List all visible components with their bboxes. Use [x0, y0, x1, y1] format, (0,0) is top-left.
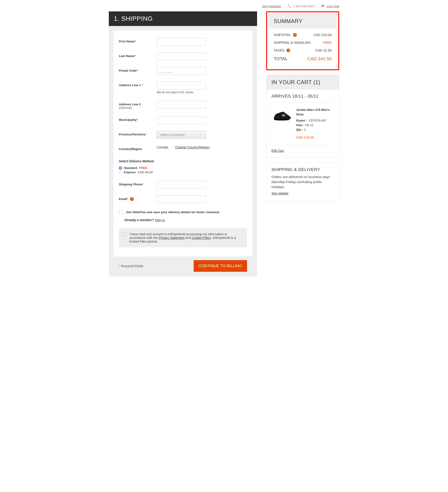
shipping-label: SHIPPING & HANDLING [274, 41, 311, 44]
svg-point-0 [274, 119, 290, 120]
product-size: US 12 [305, 123, 314, 127]
phone-number: 1-844-430-6453 [287, 4, 314, 8]
province-label: Province/Territory [119, 133, 145, 136]
product-price: CAD 210.00 [296, 135, 334, 140]
product-qty: 1 [304, 128, 306, 131]
municipality-input[interactable] [157, 116, 206, 124]
help-icon[interactable]: ? [130, 197, 134, 201]
cart-item: Jordan Mars 270 Men's Shoe Style# : CD70… [271, 102, 334, 145]
address1-label: Address Line 1 [119, 83, 142, 87]
delivery-standard-option[interactable]: Standard FREE [119, 166, 247, 170]
top-bar: Site Feedback 1-844-430-6453 Live Chat [109, 0, 339, 11]
already-member-text: Already a member? Sign in. [124, 218, 247, 222]
see-details-link[interactable]: See details [271, 191, 288, 195]
total-label: TOTAL [274, 56, 288, 61]
first-name-label: First Name [119, 40, 135, 43]
cart-title: IN YOUR CART (1) [266, 75, 339, 90]
shipping-delivery-text: Orders are delivered on business days (M… [271, 174, 334, 189]
product-style: CD7070-007 [309, 119, 326, 122]
shoe-icon [271, 109, 292, 122]
product-name: Jordan Mars 270 Men's Shoe [296, 108, 334, 117]
first-name-input[interactable] [157, 38, 206, 46]
phone-icon [287, 4, 292, 8]
shipping-delivery-title: SHIPPING & DELIVERY [271, 167, 334, 172]
radio-selected-icon [119, 166, 122, 170]
address2-input[interactable] [157, 101, 206, 109]
join-nikeplus-checkbox[interactable] [119, 210, 123, 214]
radio-unselected-icon [119, 171, 122, 174]
delivery-method-label: Select Delivery Method [119, 159, 247, 163]
total-value: CAD 241.50 [307, 56, 332, 61]
shipping-delivery-panel: SHIPPING & DELIVERY Orders are delivered… [266, 162, 339, 201]
shipping-phone-label: Shipping Phone [119, 183, 142, 186]
address2-label: Address Line 2 [119, 102, 141, 106]
product-image [271, 108, 292, 123]
last-name-label: Last Name [119, 54, 134, 58]
sign-in-link[interactable]: Sign in. [155, 218, 166, 222]
province-select[interactable]: Select a province [157, 131, 206, 139]
required-fields-note: * Required Fields [119, 264, 143, 268]
privacy-statement-link[interactable]: Privacy Statement [158, 236, 185, 240]
consent-checkbox[interactable] [123, 232, 127, 236]
cart-panel: IN YOUR CART (1) ARRIVES 18/11 - 26/11 [266, 75, 339, 158]
country-value: Canada [157, 145, 168, 149]
continue-to-billing-button[interactable]: CONTINUE TO BILLING [194, 260, 247, 272]
consent-box: I have read and consent to eShopWorld pr… [119, 228, 247, 247]
postal-code-label: Postal Code [119, 69, 137, 72]
subtotal-label: SUBTOTAL [274, 33, 291, 37]
summary-highlight: SUMMARY SUBTOTAL ? CAD 210.00 SHIPPING &… [266, 11, 339, 70]
shipping-value: FREE [323, 41, 332, 44]
shipping-section-header: 1. SHIPPING [109, 11, 257, 26]
email-input[interactable] [157, 195, 206, 203]
join-nikeplus-label: Join NikePlus and save your delivery det… [126, 210, 220, 214]
delivery-express-option[interactable]: Express CAD 40.00 [119, 171, 247, 174]
email-label: Email [119, 197, 127, 201]
postal-code-input[interactable] [157, 67, 206, 75]
edit-cart-link[interactable]: Edit Cart [271, 149, 284, 153]
summary-title: SUMMARY [269, 14, 337, 29]
last-name-input[interactable] [157, 52, 206, 60]
arrives-text: ARRIVES 18/11 - 26/11 [271, 94, 334, 99]
address1-helper: We do not ship to P.O. boxes [157, 91, 206, 94]
change-country-link[interactable]: Change Country/Region [175, 145, 209, 149]
chevron-down-icon [200, 133, 203, 136]
subtotal-value: CAD 210.00 [314, 33, 332, 37]
municipality-label: Municipality [119, 118, 137, 122]
address1-input[interactable] [157, 82, 206, 89]
help-icon[interactable]: ? [293, 33, 297, 37]
site-feedback-link[interactable]: Site Feedback [262, 5, 281, 8]
live-chat-link[interactable]: Live Chat [327, 5, 339, 8]
chat-icon [321, 4, 325, 8]
taxes-label: TAXES [274, 49, 284, 52]
taxes-value: CAD 31.50 [315, 49, 332, 52]
help-icon[interactable]: ? [287, 49, 290, 52]
shipping-phone-input[interactable] [157, 181, 206, 189]
country-label: Country/Region [119, 147, 142, 151]
cookie-policy-link[interactable]: Cookie Policy [192, 236, 211, 240]
